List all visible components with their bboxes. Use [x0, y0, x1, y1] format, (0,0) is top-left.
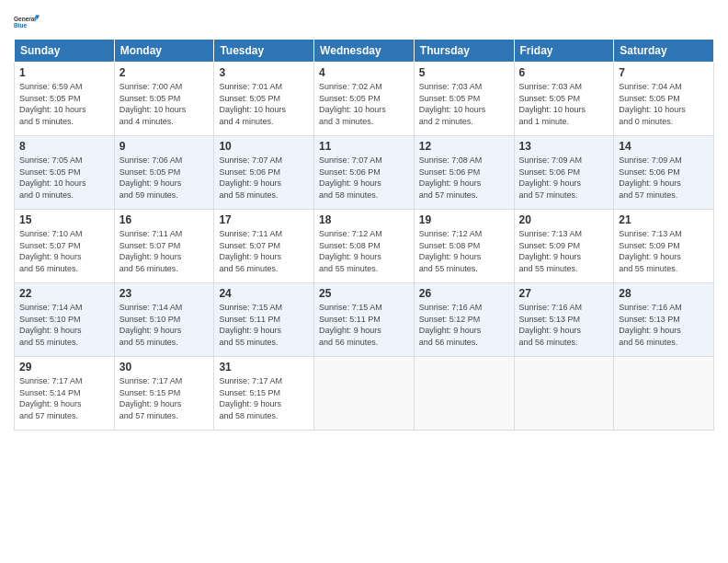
day-info: Sunrise: 7:07 AM Sunset: 5:06 PM Dayligh…	[219, 155, 309, 201]
day-info: Sunrise: 6:59 AM Sunset: 5:05 PM Dayligh…	[19, 81, 109, 127]
calendar-cell: 10Sunrise: 7:07 AM Sunset: 5:06 PM Dayli…	[214, 136, 314, 210]
calendar-header-row: SundayMondayTuesdayWednesdayThursdayFrid…	[15, 40, 714, 63]
day-number: 29	[19, 361, 109, 373]
day-header-tuesday: Tuesday	[214, 40, 314, 63]
day-info: Sunrise: 7:06 AM Sunset: 5:05 PM Dayligh…	[119, 155, 210, 201]
day-info: Sunrise: 7:08 AM Sunset: 5:06 PM Dayligh…	[419, 155, 509, 201]
day-number: 4	[319, 66, 409, 79]
day-number: 17	[219, 213, 309, 226]
day-number: 2	[119, 66, 210, 79]
calendar-cell: 28Sunrise: 7:16 AM Sunset: 5:13 PM Dayli…	[614, 283, 714, 357]
calendar-cell: 30Sunrise: 7:17 AM Sunset: 5:15 PM Dayli…	[114, 357, 214, 431]
day-number: 13	[519, 140, 609, 153]
calendar-cell: 5Sunrise: 7:03 AM Sunset: 5:05 PM Daylig…	[414, 63, 514, 136]
day-header-monday: Monday	[114, 40, 214, 63]
day-info: Sunrise: 7:17 AM Sunset: 5:15 PM Dayligh…	[119, 375, 210, 421]
day-info: Sunrise: 7:07 AM Sunset: 5:06 PM Dayligh…	[319, 155, 409, 201]
day-number: 7	[619, 66, 709, 79]
calendar-cell: 3Sunrise: 7:01 AM Sunset: 5:05 PM Daylig…	[214, 63, 314, 136]
calendar-week-row: 22Sunrise: 7:14 AM Sunset: 5:10 PM Dayli…	[15, 283, 714, 357]
logo: GeneralBlue	[14, 9, 40, 35]
calendar-table: SundayMondayTuesdayWednesdayThursdayFrid…	[14, 39, 714, 431]
calendar-cell: 18Sunrise: 7:12 AM Sunset: 5:08 PM Dayli…	[314, 210, 415, 283]
calendar-week-row: 8Sunrise: 7:05 AM Sunset: 5:05 PM Daylig…	[15, 136, 714, 210]
day-number: 6	[519, 66, 609, 79]
calendar-cell: 29Sunrise: 7:17 AM Sunset: 5:14 PM Dayli…	[15, 357, 115, 431]
calendar-cell: 9Sunrise: 7:06 AM Sunset: 5:05 PM Daylig…	[114, 136, 214, 210]
day-info: Sunrise: 7:17 AM Sunset: 5:15 PM Dayligh…	[219, 375, 309, 421]
day-number: 16	[119, 213, 210, 226]
svg-text:Blue: Blue	[14, 22, 27, 29]
day-number: 3	[219, 66, 309, 79]
calendar-cell: 25Sunrise: 7:15 AM Sunset: 5:11 PM Dayli…	[314, 283, 415, 357]
day-info: Sunrise: 7:11 AM Sunset: 5:07 PM Dayligh…	[219, 228, 309, 274]
calendar-week-row: 1Sunrise: 6:59 AM Sunset: 5:05 PM Daylig…	[15, 63, 714, 136]
day-number: 26	[419, 287, 509, 300]
calendar-cell: 11Sunrise: 7:07 AM Sunset: 5:06 PM Dayli…	[314, 136, 415, 210]
day-number: 18	[319, 213, 409, 226]
day-number: 19	[419, 213, 509, 226]
calendar-cell: 27Sunrise: 7:16 AM Sunset: 5:13 PM Dayli…	[514, 283, 614, 357]
calendar-cell: 26Sunrise: 7:16 AM Sunset: 5:12 PM Dayli…	[414, 283, 514, 357]
calendar-cell: 22Sunrise: 7:14 AM Sunset: 5:10 PM Dayli…	[15, 283, 115, 357]
day-info: Sunrise: 7:16 AM Sunset: 5:12 PM Dayligh…	[419, 302, 509, 348]
calendar-cell: 12Sunrise: 7:08 AM Sunset: 5:06 PM Dayli…	[414, 136, 514, 210]
day-number: 10	[219, 140, 309, 153]
calendar-cell: 24Sunrise: 7:15 AM Sunset: 5:11 PM Dayli…	[214, 283, 314, 357]
calendar-cell: 31Sunrise: 7:17 AM Sunset: 5:15 PM Dayli…	[214, 357, 314, 431]
day-info: Sunrise: 7:16 AM Sunset: 5:13 PM Dayligh…	[619, 302, 709, 348]
day-number: 28	[619, 287, 709, 300]
calendar-cell: 23Sunrise: 7:14 AM Sunset: 5:10 PM Dayli…	[114, 283, 214, 357]
day-number: 21	[619, 213, 709, 226]
day-info: Sunrise: 7:11 AM Sunset: 5:07 PM Dayligh…	[119, 228, 210, 274]
day-number: 5	[419, 66, 509, 79]
calendar-cell: 20Sunrise: 7:13 AM Sunset: 5:09 PM Dayli…	[514, 210, 614, 283]
calendar-week-row: 15Sunrise: 7:10 AM Sunset: 5:07 PM Dayli…	[15, 210, 714, 283]
calendar-cell: 4Sunrise: 7:02 AM Sunset: 5:05 PM Daylig…	[314, 63, 415, 136]
day-header-sunday: Sunday	[15, 40, 115, 63]
calendar-cell: 14Sunrise: 7:09 AM Sunset: 5:06 PM Dayli…	[614, 136, 714, 210]
day-header-wednesday: Wednesday	[314, 40, 415, 63]
calendar-cell: 17Sunrise: 7:11 AM Sunset: 5:07 PM Dayli…	[214, 210, 314, 283]
day-info: Sunrise: 7:12 AM Sunset: 5:08 PM Dayligh…	[419, 228, 509, 274]
day-number: 1	[19, 66, 109, 79]
day-info: Sunrise: 7:00 AM Sunset: 5:05 PM Dayligh…	[119, 81, 210, 127]
day-number: 24	[219, 287, 309, 300]
day-info: Sunrise: 7:13 AM Sunset: 5:09 PM Dayligh…	[519, 228, 609, 274]
header: GeneralBlue	[14, 9, 714, 35]
calendar-week-row: 29Sunrise: 7:17 AM Sunset: 5:14 PM Dayli…	[15, 357, 714, 431]
day-info: Sunrise: 7:02 AM Sunset: 5:05 PM Dayligh…	[319, 81, 409, 127]
day-number: 30	[119, 361, 210, 373]
day-header-saturday: Saturday	[614, 40, 714, 63]
day-info: Sunrise: 7:09 AM Sunset: 5:06 PM Dayligh…	[519, 155, 609, 201]
day-info: Sunrise: 7:17 AM Sunset: 5:14 PM Dayligh…	[19, 375, 109, 421]
logo-icon: GeneralBlue	[14, 9, 40, 35]
day-number: 15	[19, 213, 109, 226]
calendar-cell: 7Sunrise: 7:04 AM Sunset: 5:05 PM Daylig…	[614, 63, 714, 136]
day-number: 25	[319, 287, 409, 300]
day-info: Sunrise: 7:15 AM Sunset: 5:11 PM Dayligh…	[319, 302, 409, 348]
day-info: Sunrise: 7:05 AM Sunset: 5:05 PM Dayligh…	[19, 155, 109, 201]
day-number: 31	[219, 361, 309, 373]
day-number: 14	[619, 140, 709, 153]
calendar-container: GeneralBlue SundayMondayTuesdayWednesday…	[0, 0, 728, 440]
calendar-cell: 2Sunrise: 7:00 AM Sunset: 5:05 PM Daylig…	[114, 63, 214, 136]
calendar-cell: 21Sunrise: 7:13 AM Sunset: 5:09 PM Dayli…	[614, 210, 714, 283]
day-header-friday: Friday	[514, 40, 614, 63]
day-info: Sunrise: 7:14 AM Sunset: 5:10 PM Dayligh…	[19, 302, 109, 348]
calendar-cell: 19Sunrise: 7:12 AM Sunset: 5:08 PM Dayli…	[414, 210, 514, 283]
day-info: Sunrise: 7:03 AM Sunset: 5:05 PM Dayligh…	[419, 81, 509, 127]
calendar-cell: 13Sunrise: 7:09 AM Sunset: 5:06 PM Dayli…	[514, 136, 614, 210]
day-info: Sunrise: 7:14 AM Sunset: 5:10 PM Dayligh…	[119, 302, 210, 348]
day-info: Sunrise: 7:10 AM Sunset: 5:07 PM Dayligh…	[19, 228, 109, 274]
day-number: 11	[319, 140, 409, 153]
day-info: Sunrise: 7:03 AM Sunset: 5:05 PM Dayligh…	[519, 81, 609, 127]
day-number: 23	[119, 287, 210, 300]
day-number: 20	[519, 213, 609, 226]
day-info: Sunrise: 7:12 AM Sunset: 5:08 PM Dayligh…	[319, 228, 409, 274]
calendar-cell	[314, 357, 415, 431]
day-info: Sunrise: 7:01 AM Sunset: 5:05 PM Dayligh…	[219, 81, 309, 127]
day-info: Sunrise: 7:16 AM Sunset: 5:13 PM Dayligh…	[519, 302, 609, 348]
calendar-cell	[514, 357, 614, 431]
calendar-cell: 16Sunrise: 7:11 AM Sunset: 5:07 PM Dayli…	[114, 210, 214, 283]
